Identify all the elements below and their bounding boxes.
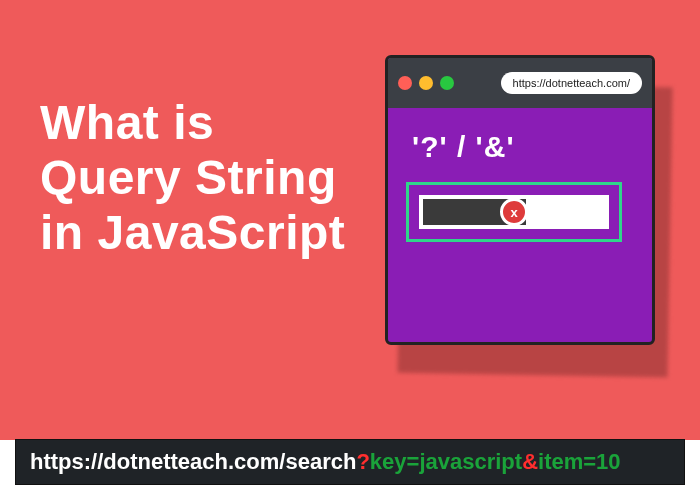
headline-line-2: Query String bbox=[40, 150, 345, 205]
input-illustration: x bbox=[406, 182, 622, 242]
window-maximize-dot-icon bbox=[440, 76, 454, 90]
input-segment-light bbox=[526, 199, 605, 225]
browser-titlebar: https://dotnetteach.com/ bbox=[388, 58, 652, 108]
address-bar: https://dotnetteach.com/ bbox=[501, 72, 642, 94]
headline-line-1: What is bbox=[40, 95, 345, 150]
url-question-mark: ? bbox=[356, 449, 369, 475]
close-badge-icon: x bbox=[500, 198, 528, 226]
url-base: https://dotnetteach.com/search bbox=[30, 449, 356, 475]
url-pair-2: item=10 bbox=[538, 449, 621, 475]
window-close-dot-icon bbox=[398, 76, 412, 90]
window-minimize-dot-icon bbox=[419, 76, 433, 90]
browser-body: '?' / '&' x bbox=[388, 108, 652, 260]
url-pair-1: key=javascript bbox=[370, 449, 522, 475]
url-ampersand: & bbox=[522, 449, 538, 475]
browser-window: https://dotnetteach.com/ '?' / '&' x bbox=[385, 55, 655, 345]
query-symbols-label: '?' / '&' bbox=[412, 130, 634, 164]
thumbnail-canvas: What is Query String in JavaScript https… bbox=[0, 0, 700, 500]
url-example-strip: https://dotnetteach.com/search?key=javas… bbox=[15, 439, 685, 485]
headline-line-3: in JavaScript bbox=[40, 205, 345, 260]
headline: What is Query String in JavaScript bbox=[40, 95, 345, 261]
